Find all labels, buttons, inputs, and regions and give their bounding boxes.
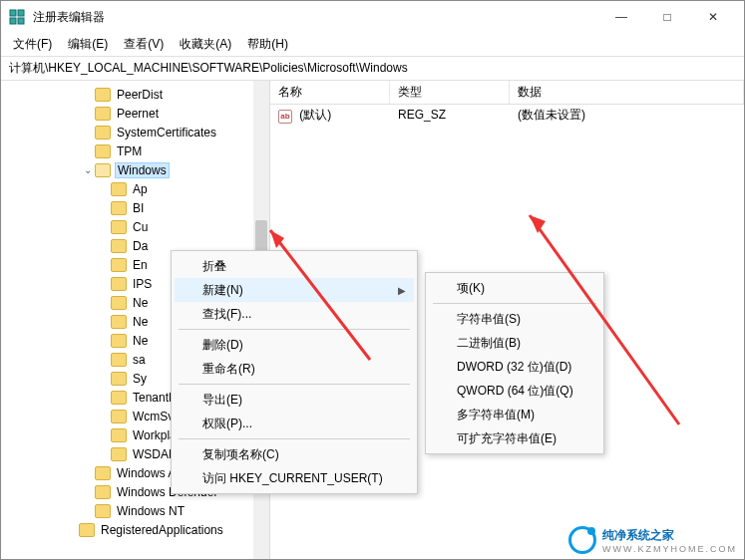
tree-item[interactable]: Ap	[1, 179, 269, 198]
menu-item[interactable]: 权限(P)...	[175, 412, 414, 435]
folder-icon	[111, 182, 127, 196]
menu-edit[interactable]: 编辑(E)	[60, 34, 116, 55]
column-name[interactable]: 名称	[270, 81, 390, 104]
tree-item[interactable]: Cu	[1, 217, 269, 236]
folder-icon	[111, 315, 127, 329]
path-text: 计算机\HKEY_LOCAL_MACHINE\SOFTWARE\Policies…	[9, 60, 408, 77]
content-area: PeerDistPeernetSystemCertificatesTPM⌄Win…	[1, 81, 744, 559]
tree-label: Peernet	[115, 107, 161, 121]
tree-label: Ap	[131, 182, 150, 196]
address-bar[interactable]: 计算机\HKEY_LOCAL_MACHINE\SOFTWARE\Policies…	[1, 57, 744, 81]
tree-item[interactable]: RegisteredApplications	[1, 520, 269, 539]
titlebar[interactable]: 注册表编辑器 — □ ✕	[1, 1, 744, 33]
folder-icon	[111, 201, 127, 215]
tree-label: PeerDist	[115, 88, 165, 102]
watermark: 纯净系统之家 WWW.KZMYHOME.COM	[568, 526, 737, 554]
tree-label: Sy	[131, 372, 149, 386]
menu-item[interactable]: 重命名(R)	[175, 357, 414, 381]
expander-icon[interactable]: ⌄	[81, 164, 95, 175]
tree-item[interactable]: PeerDist	[1, 85, 269, 104]
folder-icon	[79, 523, 95, 537]
menu-separator	[179, 329, 410, 330]
menu-file[interactable]: 文件(F)	[5, 34, 60, 55]
tree-item[interactable]: TPM	[1, 141, 269, 160]
folder-icon	[111, 220, 127, 234]
tree-item[interactable]: SystemCertificates	[1, 123, 269, 141]
value-data: (数值未设置)	[510, 107, 744, 124]
menu-item[interactable]: 访问 HKEY_CURRENT_USER(T)	[175, 466, 414, 490]
value-type: REG_SZ	[390, 108, 510, 122]
folder-icon	[111, 410, 127, 423]
watermark-url: WWW.KZMYHOME.COM	[602, 544, 737, 554]
close-button[interactable]: ✕	[690, 1, 736, 33]
menu-favorites[interactable]: 收藏夹(A)	[172, 34, 239, 55]
folder-icon	[111, 372, 127, 386]
tree-label: Ne	[131, 315, 150, 329]
menu-item[interactable]: 删除(D)	[175, 333, 414, 357]
menu-item[interactable]: QWORD (64 位)值(Q)	[429, 379, 600, 403]
new-submenu[interactable]: 项(K)字符串值(S)二进制值(B)DWORD (32 位)值(D)QWORD …	[425, 272, 604, 454]
menu-help[interactable]: 帮助(H)	[239, 34, 296, 55]
menu-item[interactable]: 折叠	[175, 254, 414, 278]
menu-item[interactable]: 导出(E)	[175, 388, 414, 412]
string-value-icon: ab	[278, 110, 292, 124]
tree-item[interactable]: ⌄Windows	[1, 160, 269, 179]
menu-item[interactable]: 多字符串值(M)	[429, 403, 600, 426]
folder-icon	[111, 277, 127, 291]
watermark-icon	[568, 526, 596, 554]
tree-item[interactable]: BI	[1, 198, 269, 217]
folder-icon	[95, 144, 111, 158]
registry-editor-window: 注册表编辑器 — □ ✕ 文件(F) 编辑(E) 查看(V) 收藏夹(A) 帮助…	[0, 0, 745, 560]
tree-label: Da	[131, 239, 150, 253]
submenu-arrow-icon: ▶	[398, 285, 406, 296]
minimize-button[interactable]: —	[598, 1, 644, 33]
context-menu[interactable]: 折叠新建(N)▶查找(F)...删除(D)重命名(R)导出(E)权限(P)...…	[171, 250, 418, 494]
column-data[interactable]: 数据	[510, 81, 744, 104]
list-row[interactable]: ab (默认) REG_SZ (数值未设置)	[270, 105, 744, 125]
folder-icon	[95, 88, 111, 102]
svg-rect-3	[18, 18, 24, 24]
tree-label: SystemCertificates	[115, 126, 218, 140]
tree-item[interactable]: Windows NT	[1, 501, 269, 520]
menu-separator	[179, 438, 410, 439]
tree-label: Ne	[131, 334, 150, 348]
value-name: (默认)	[299, 108, 331, 122]
folder-icon	[95, 107, 111, 121]
folder-icon	[95, 485, 111, 499]
menu-separator	[433, 303, 596, 304]
tree-label: Windows NT	[115, 504, 186, 518]
folder-icon	[111, 353, 127, 367]
maximize-button[interactable]: □	[644, 1, 690, 33]
menubar: 文件(F) 编辑(E) 查看(V) 收藏夹(A) 帮助(H)	[1, 33, 744, 57]
app-icon	[9, 9, 25, 25]
menu-item[interactable]: 新建(N)▶	[175, 278, 414, 302]
menu-item[interactable]: DWORD (32 位)值(D)	[429, 355, 600, 379]
tree-label: sa	[131, 353, 148, 367]
folder-icon	[111, 447, 127, 461]
menu-separator	[179, 384, 410, 385]
watermark-text: 纯净系统之家	[602, 528, 674, 542]
menu-item[interactable]: 项(K)	[429, 276, 600, 300]
tree-label: Cu	[131, 220, 150, 234]
tree-label: IPS	[131, 277, 154, 291]
menu-view[interactable]: 查看(V)	[116, 34, 172, 55]
menu-item[interactable]: 查找(F)...	[175, 302, 414, 326]
folder-icon	[95, 504, 111, 518]
tree-label: RegisteredApplications	[99, 523, 225, 537]
column-type[interactable]: 类型	[390, 81, 510, 104]
svg-rect-2	[10, 18, 16, 24]
menu-item[interactable]: 复制项名称(C)	[175, 442, 414, 466]
tree-label: TPM	[115, 144, 144, 158]
list-header: 名称 类型 数据	[270, 81, 744, 105]
folder-icon	[95, 163, 111, 177]
menu-item[interactable]: 字符串值(S)	[429, 307, 600, 331]
menu-item[interactable]: 二进制值(B)	[429, 331, 600, 355]
folder-icon	[111, 258, 127, 272]
tree-label: En	[131, 258, 150, 272]
tree-item[interactable]: Peernet	[1, 104, 269, 123]
folder-icon	[111, 296, 127, 310]
menu-item[interactable]: 可扩充字符串值(E)	[429, 426, 600, 450]
folder-icon	[95, 126, 111, 140]
svg-rect-1	[18, 10, 24, 16]
folder-icon	[111, 334, 127, 348]
